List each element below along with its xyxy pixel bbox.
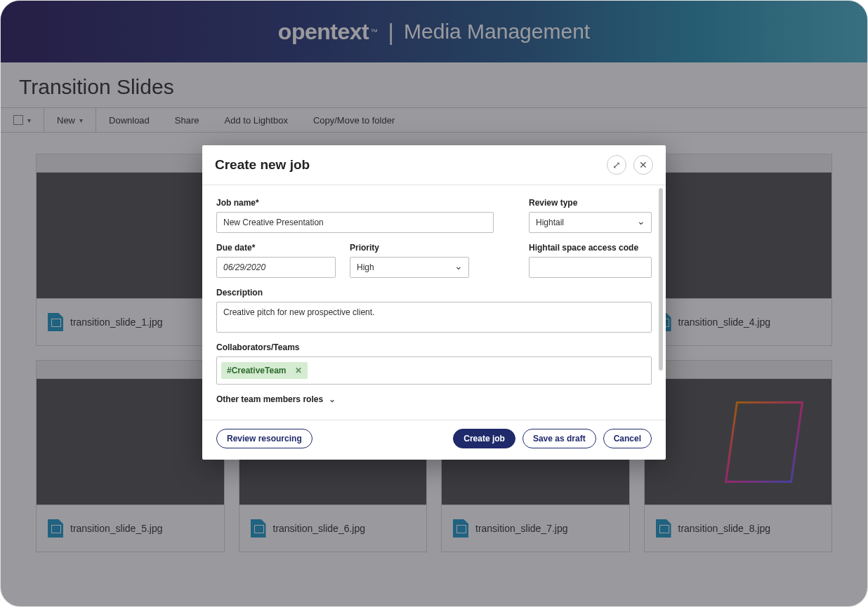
expand-button[interactable]: ⤢	[607, 155, 626, 175]
modal-footer: Review resourcing Create job Save as dra…	[202, 420, 666, 460]
create-job-button[interactable]: Create job	[453, 429, 515, 448]
scrollbar[interactable]	[659, 188, 663, 371]
collaborators-label: Collaborators/Teams	[216, 342, 652, 352]
other-roles-toggle[interactable]: Other team members roles ⌄	[216, 394, 652, 404]
collaborator-tag: #CreativeTeam ✕	[221, 362, 308, 379]
other-roles-label: Other team members roles	[216, 394, 323, 404]
create-job-modal: Create new job ⤢ ✕ Job name* Review t	[202, 145, 666, 460]
due-date-input[interactable]	[216, 257, 336, 278]
modal-header: Create new job ⤢ ✕	[202, 145, 666, 185]
description-textarea[interactable]	[216, 302, 652, 333]
description-label: Description	[216, 288, 652, 298]
priority-label: Priority	[350, 243, 469, 253]
review-type-label: Review type	[529, 198, 652, 208]
app-frame: opentext™ | Media Management Transition …	[0, 0, 868, 607]
close-icon: ✕	[639, 159, 647, 171]
expand-icon: ⤢	[612, 159, 621, 171]
review-type-select[interactable]: Hightail	[529, 212, 652, 233]
remove-tag-icon[interactable]: ✕	[295, 366, 302, 375]
collaborators-input[interactable]: #CreativeTeam ✕	[216, 356, 652, 385]
access-code-label: Hightail space access code	[529, 243, 652, 253]
close-button[interactable]: ✕	[633, 155, 653, 175]
priority-select[interactable]: High	[350, 257, 469, 278]
modal-body: Job name* Review type Hightail Due date*	[202, 185, 666, 420]
collaborator-tag-label: #CreativeTeam	[227, 366, 287, 375]
modal-title: Create new job	[215, 157, 310, 173]
cancel-button[interactable]: Cancel	[603, 429, 652, 448]
due-date-label: Due date*	[216, 243, 336, 253]
review-resourcing-button[interactable]: Review resourcing	[216, 429, 313, 448]
job-name-input[interactable]	[216, 212, 494, 233]
job-name-label: Job name*	[216, 198, 494, 208]
access-code-input[interactable]	[529, 257, 652, 278]
modal-header-actions: ⤢ ✕	[607, 155, 653, 175]
chevron-down-icon: ⌄	[329, 394, 336, 404]
save-as-draft-button[interactable]: Save as draft	[522, 429, 596, 448]
